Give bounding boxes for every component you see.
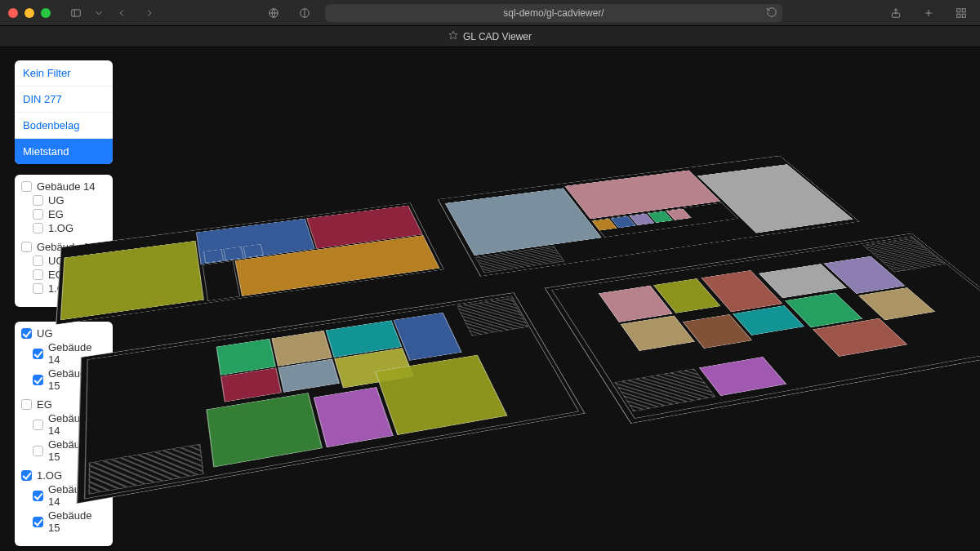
favorite-star-icon[interactable] bbox=[448, 30, 458, 42]
svg-rect-0 bbox=[72, 9, 81, 16]
filter-item[interactable]: Mietstand bbox=[15, 139, 113, 164]
building-checkbox[interactable] bbox=[21, 181, 32, 192]
hatched-area bbox=[88, 443, 203, 494]
room[interactable] bbox=[699, 357, 786, 396]
filter-item[interactable]: DIN 277 bbox=[15, 87, 113, 113]
room[interactable] bbox=[334, 348, 414, 388]
room[interactable] bbox=[216, 339, 276, 375]
floorplate-bldg14-upper bbox=[56, 202, 444, 324]
room[interactable] bbox=[620, 315, 695, 351]
room[interactable] bbox=[278, 358, 340, 392]
room[interactable] bbox=[683, 314, 752, 349]
svg-rect-11 bbox=[962, 14, 965, 17]
room-outline bbox=[223, 247, 243, 260]
chevron-down-icon[interactable] bbox=[93, 4, 105, 22]
building-label: Gebäude 14 bbox=[37, 180, 96, 193]
room[interactable] bbox=[60, 241, 204, 321]
privacy-report-icon[interactable] bbox=[263, 4, 284, 22]
address-bar-text: sql-demo/gl-cadviewer/ bbox=[503, 7, 604, 19]
minimize-window-button[interactable] bbox=[24, 8, 34, 18]
floorplan-scene bbox=[0, 146, 980, 551]
room[interactable] bbox=[314, 387, 394, 447]
svg-rect-8 bbox=[957, 8, 960, 11]
filter-item[interactable]: Kein Filter bbox=[15, 60, 113, 87]
svg-marker-12 bbox=[449, 31, 457, 39]
new-tab-icon[interactable] bbox=[918, 4, 939, 22]
floorplate-bldg14-lower bbox=[77, 292, 586, 504]
room[interactable] bbox=[733, 305, 804, 335]
nav-back-button[interactable] bbox=[111, 4, 132, 22]
svg-rect-9 bbox=[962, 8, 965, 11]
room-outline bbox=[203, 249, 224, 263]
room[interactable] bbox=[326, 320, 403, 358]
cad-viewer-canvas[interactable]: Kein FilterDIN 277BodenbelagMietstand Ge… bbox=[0, 47, 980, 551]
browser-titlebar: sql-demo/gl-cadviewer/ bbox=[0, 0, 980, 26]
maximize-window-button[interactable] bbox=[41, 8, 51, 18]
reader-icon[interactable] bbox=[294, 4, 315, 22]
tab-bar: GL CAD Viewer bbox=[0, 26, 980, 47]
room[interactable] bbox=[813, 318, 907, 357]
hatched-area bbox=[615, 368, 716, 411]
room[interactable] bbox=[271, 331, 332, 367]
building-child-checkbox[interactable] bbox=[33, 209, 43, 220]
close-window-button[interactable] bbox=[8, 8, 18, 18]
room[interactable] bbox=[206, 393, 323, 467]
sidebar-toggle-icon[interactable] bbox=[65, 4, 87, 22]
tab-title[interactable]: GL CAD Viewer bbox=[463, 31, 532, 42]
nav-forward-button[interactable] bbox=[139, 4, 160, 22]
room-outline bbox=[84, 295, 579, 499]
tab-overview-icon[interactable] bbox=[951, 4, 972, 22]
floorplate-bldg15-lower bbox=[545, 233, 980, 424]
filter-item[interactable]: Bodenbelag bbox=[15, 113, 113, 139]
room[interactable] bbox=[393, 313, 461, 361]
share-icon[interactable] bbox=[885, 4, 906, 22]
building-child-checkbox[interactable] bbox=[33, 195, 43, 206]
building-child-checkbox[interactable] bbox=[33, 223, 43, 233]
window-controls bbox=[8, 8, 51, 18]
room[interactable] bbox=[375, 355, 507, 435]
room-outline bbox=[243, 244, 263, 258]
building-child-label: UG bbox=[48, 194, 65, 207]
filter-panel: Kein FilterDIN 277BodenbelagMietstand bbox=[15, 60, 113, 164]
room-outline bbox=[203, 260, 241, 300]
room[interactable] bbox=[220, 367, 282, 402]
address-bar[interactable]: sql-demo/gl-cadviewer/ bbox=[325, 4, 782, 22]
svg-rect-10 bbox=[957, 14, 960, 17]
building-child-label: EG bbox=[48, 208, 64, 220]
room[interactable] bbox=[697, 164, 853, 233]
reload-icon[interactable] bbox=[766, 7, 777, 20]
